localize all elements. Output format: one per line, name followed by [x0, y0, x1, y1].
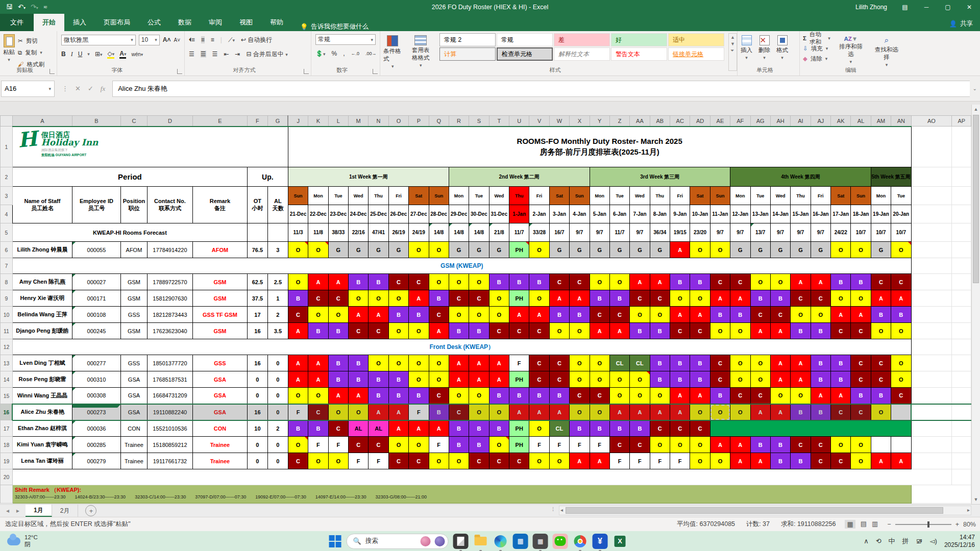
cell-W18[interactable]: F — [549, 437, 569, 453]
forecast-28-Dec[interactable]: 14/8 — [429, 223, 449, 242]
cell-Z11[interactable]: A — [609, 323, 629, 339]
cell-G8[interactable]: 2.5 — [267, 274, 288, 290]
date-22-Dec[interactable]: 22-Dec — [308, 205, 328, 223]
cell-A17[interactable]: Ethan Zhao 赵梓淇 — [12, 420, 72, 437]
cell-Z13[interactable]: CL — [609, 355, 629, 371]
cell-A16[interactable]: Alice Zhu 朱春艳 — [12, 404, 72, 420]
col-header-M[interactable]: M — [349, 116, 369, 127]
cell-AM10[interactable]: B — [871, 307, 891, 323]
cell-AP13[interactable] — [952, 355, 971, 371]
date-6-Jan[interactable]: 6-Jan — [609, 205, 629, 223]
cell-W16[interactable]: A — [549, 404, 569, 420]
cell-P11[interactable]: O — [409, 323, 429, 339]
dow-17-Jan[interactable]: Sat — [831, 187, 851, 205]
cell-AL14[interactable]: C — [851, 371, 871, 388]
cell-AK16[interactable]: C — [831, 404, 851, 420]
insert-function-icon[interactable]: fx — [101, 85, 105, 93]
cell-W14[interactable]: C — [549, 371, 569, 388]
clear-button[interactable]: ◆清除▾ — [803, 54, 830, 63]
cell-C17[interactable]: CON — [120, 420, 147, 437]
forecast-8-Jan[interactable]: 36/34 — [650, 223, 670, 242]
font-dialog-launcher-icon[interactable] — [177, 69, 182, 74]
cell-C15[interactable]: GSA — [120, 388, 147, 404]
cell-Q13[interactable]: O — [429, 355, 449, 371]
cell-AB8[interactable]: A — [650, 274, 670, 290]
row-header-3[interactable]: 3 — [1, 187, 13, 205]
row-header-1[interactable]: 1 — [1, 127, 13, 167]
cell-R8[interactable]: O — [449, 274, 469, 290]
forecast-6-Jan[interactable]: 11/7 — [609, 223, 629, 242]
dow-29-Dec[interactable]: Mon — [449, 187, 469, 205]
autosum-button[interactable]: Σ自动求和▾ — [803, 34, 830, 43]
cell-AP20[interactable] — [952, 469, 971, 485]
dow-6-Jan[interactable]: Tue — [609, 187, 629, 205]
date-29-Dec[interactable]: 29-Dec — [449, 205, 469, 223]
col-header-AK[interactable]: AK — [831, 116, 851, 127]
cell-AI16[interactable]: B — [791, 404, 811, 420]
cell-X19[interactable]: A — [570, 453, 590, 469]
cell-AJ16[interactable]: B — [811, 404, 830, 420]
taskbar-notepad-icon[interactable] — [453, 534, 469, 549]
forecast-18-Jan[interactable]: 10/7 — [851, 223, 871, 242]
col-header-D[interactable]: D — [147, 116, 192, 127]
cell-E16[interactable]: GSA — [192, 404, 247, 420]
column-title-ot[interactable]: OT小时 — [247, 187, 267, 223]
maximize-button[interactable]: ▢ — [937, 0, 959, 14]
cell-T11[interactable]: C — [489, 323, 509, 339]
sheet-title-cell[interactable]: ROOMS-FO Monthly Duty Roster- March 2025… — [288, 127, 911, 167]
cell-M10[interactable]: A — [349, 307, 369, 323]
cell-AB16[interactable]: A — [650, 404, 670, 420]
clipboard-dialog-launcher-icon[interactable] — [50, 69, 55, 74]
format-as-table-button[interactable]: 套用表格格式▾ — [407, 33, 434, 71]
cell-P16[interactable]: F — [409, 404, 429, 420]
cell-AP1[interactable] — [952, 127, 971, 167]
cell-L6[interactable]: G — [328, 242, 348, 258]
cell-N14[interactable]: B — [369, 371, 388, 388]
cell-P17[interactable]: A — [409, 420, 429, 437]
date-11-Jan[interactable]: 11-Jan — [710, 205, 730, 223]
cell-F8[interactable]: 62.5 — [247, 274, 267, 290]
dow-2-Jan[interactable]: Fri — [529, 187, 549, 205]
cell-AH11[interactable]: A — [770, 323, 790, 339]
cell-AM8[interactable]: C — [871, 274, 891, 290]
cell-AC18[interactable]: O — [670, 437, 690, 453]
page-break-view-icon[interactable]: ▥ — [872, 520, 878, 529]
cell-T15[interactable]: B — [489, 388, 509, 404]
alignment-dialog-launcher-icon[interactable] — [304, 69, 309, 74]
cell-O14[interactable]: B — [388, 371, 408, 388]
cell-AH18[interactable]: B — [770, 437, 790, 453]
cell-AC17[interactable]: C — [670, 420, 690, 437]
cell-Z14[interactable]: O — [609, 371, 629, 388]
horizontal-scroll-thumb[interactable] — [566, 507, 943, 514]
row-header-7[interactable]: 7 — [1, 258, 13, 274]
cell-F6[interactable]: 76.5 — [247, 242, 267, 258]
scroll-up-icon[interactable]: ▲ — [972, 105, 980, 112]
cell-AJ6[interactable]: G — [811, 242, 830, 258]
scroll-right-icon[interactable]: ▸ — [967, 507, 970, 513]
cell-AB11[interactable]: B — [650, 323, 670, 339]
date-17-Jan[interactable]: 17-Jan — [831, 205, 851, 223]
cell-X8[interactable]: C — [570, 274, 590, 290]
formula-input[interactable]: Alice Zhu 朱春艳 — [112, 81, 969, 97]
percent-icon[interactable]: % — [332, 50, 337, 57]
forecast-10-Jan[interactable]: 23/20 — [690, 223, 710, 242]
forecast-5-Jan[interactable]: 9/7 — [590, 223, 609, 242]
horizontal-scrollbar[interactable]: ◂ ▸ — [559, 506, 971, 515]
phonetic-icon[interactable]: wén▾ — [131, 52, 143, 57]
cell-K9[interactable]: C — [308, 290, 328, 307]
row-header-13[interactable]: 13 — [1, 355, 13, 371]
sheet-next-icon[interactable]: ▸ — [16, 507, 19, 514]
col-header-AB[interactable]: AB — [650, 116, 670, 127]
cell-style-7[interactable]: 解释性文本 — [554, 47, 610, 61]
cell-J17[interactable]: B — [288, 420, 308, 437]
cell-W11[interactable]: O — [549, 323, 569, 339]
clock[interactable]: 14:47 2025/12/16 — [944, 534, 975, 549]
cancel-entry-icon[interactable]: ✕ — [75, 85, 81, 92]
cell-AO8[interactable] — [911, 274, 952, 290]
cell-B6[interactable]: 000055 — [72, 242, 120, 258]
cell-AL18[interactable]: O — [851, 437, 871, 453]
cell-A9[interactable]: Henry Xie 谢沃明 — [12, 290, 72, 307]
font-name-select[interactable]: 微软雅黑▾ — [61, 35, 136, 45]
cell-AP15[interactable] — [952, 388, 971, 404]
fill-color-icon[interactable]: ◇▾ — [107, 50, 114, 59]
